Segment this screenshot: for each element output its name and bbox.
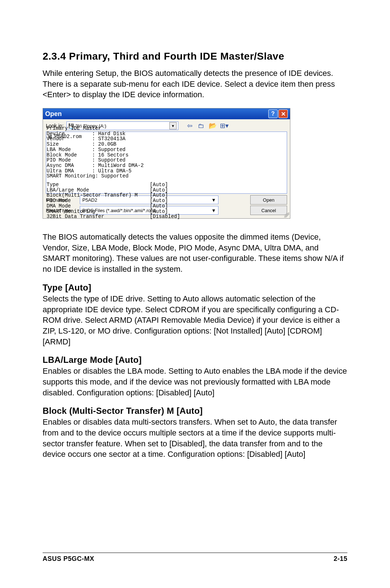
lba-paragraph: Enables or disables the LBA mode. Settin…: [43, 366, 347, 398]
footer-right: 2-15: [334, 555, 347, 563]
chevron-down-icon[interactable]: ▼: [211, 197, 216, 203]
bios-settings-block: Type [Auto] LBA/Large Mode [Auto] Block(…: [47, 182, 180, 219]
lba-heading: LBA/Large Mode [Auto]: [43, 355, 347, 365]
type-paragraph: Selects the type of IDE drive. Setting t…: [43, 293, 347, 347]
resize-grip-icon: [284, 213, 289, 218]
bios-info-block: Primary IDE Master Device : Hard Disk Ve…: [47, 126, 144, 179]
up-folder-icon[interactable]: 🗀: [197, 122, 205, 130]
back-icon[interactable]: ⇦: [186, 122, 194, 130]
chevron-down-icon[interactable]: ▼: [169, 122, 177, 129]
help-button[interactable]: ?: [268, 110, 278, 118]
intro-paragraph: While entering Setup, the BIOS automatic…: [43, 68, 347, 100]
page-footer: ASUS P5GC-MX 2-15: [43, 553, 347, 563]
cancel-button[interactable]: Cancel: [250, 206, 287, 215]
block-paragraph: Enables or disables data multi-sectors t…: [43, 417, 347, 460]
after-screenshot-paragraph: The BIOS automatically detects the value…: [43, 232, 347, 275]
new-folder-icon[interactable]: 📂: [209, 122, 217, 130]
chevron-down-icon[interactable]: ▼: [211, 208, 216, 213]
section-heading: 2.3.4 Primary, Third and Fourth IDE Mast…: [43, 51, 347, 62]
window-title: Open: [45, 110, 62, 118]
block-heading: Block (Multi-Sector Transfer) M [Auto]: [43, 406, 347, 416]
type-heading: Type [Auto]: [43, 283, 347, 293]
footer-left: ASUS P5GC-MX: [43, 555, 94, 563]
close-button[interactable]: ✕: [278, 110, 288, 118]
screenshot-open-dialog: Open ? ✕ Look in: 💾 3½ Floppy (A:) ▼ ⇦ 🗀: [43, 108, 290, 219]
views-icon[interactable]: ⊞▾: [220, 122, 228, 130]
window-titlebar: Open ? ✕: [43, 108, 290, 119]
open-button[interactable]: Open: [250, 195, 287, 205]
